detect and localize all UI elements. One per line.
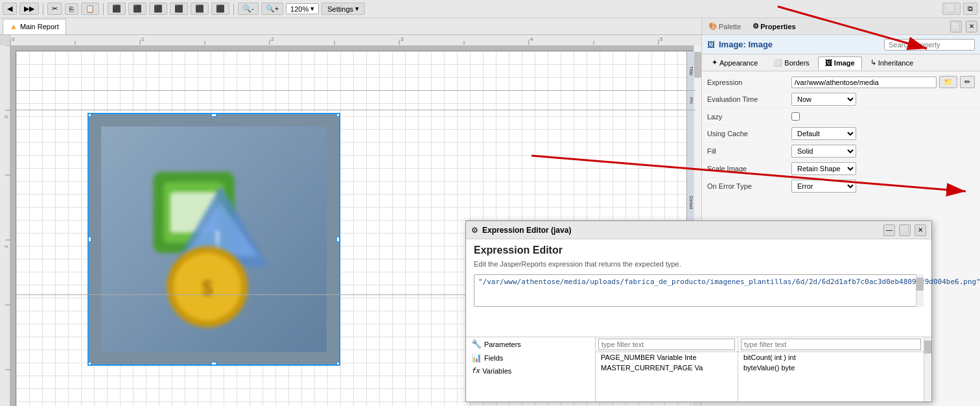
handle-bottom-right[interactable] bbox=[336, 362, 340, 366]
parameters-tree-item[interactable]: 🔧 Parameters bbox=[466, 337, 595, 351]
using-cache-select[interactable]: Default True False bbox=[791, 127, 856, 140]
variables-icon: fx bbox=[471, 366, 480, 375]
properties-tab-label: Properties bbox=[760, 23, 795, 30]
panel-maximize-button[interactable]: ⬜ bbox=[950, 21, 962, 32]
image-element[interactable]: ! $ bbox=[88, 113, 340, 366]
using-cache-row: Using Cache Default True False bbox=[702, 125, 980, 143]
dialog-minimize-button[interactable]: — bbox=[883, 224, 895, 236]
restore-button[interactable]: ⧉ bbox=[963, 3, 977, 15]
byte-value-item[interactable]: byteValue() byte bbox=[738, 363, 924, 373]
expression-edit-button[interactable]: ✏ bbox=[960, 76, 975, 88]
ruler-row: 0 1 2 3 4 bbox=[0, 35, 701, 45]
report-tab-label: Main Report bbox=[20, 23, 59, 30]
ruler-ticks-svg: 0 1 2 3 4 bbox=[10, 35, 701, 45]
handle-bottom-center[interactable] bbox=[211, 362, 216, 366]
main-report-tab[interactable]: ▲ Main Report bbox=[3, 19, 66, 34]
undo-button[interactable]: ◀ bbox=[3, 3, 17, 15]
evaluation-time-label: Evaluation Time bbox=[707, 95, 791, 103]
borders-tab-icon: ⬜ bbox=[773, 58, 782, 67]
palette-icon: 🎨 bbox=[708, 22, 718, 30]
mid-filter-input[interactable] bbox=[598, 339, 735, 350]
right-filter-input[interactable] bbox=[741, 339, 921, 350]
scale-image-select[interactable]: Retain Shape Clip Fill Frame Real Height… bbox=[791, 162, 856, 175]
align-top-button[interactable]: ⬛ bbox=[170, 3, 188, 15]
page-number-item[interactable]: PAGE_NUMBER Variable Inte bbox=[596, 352, 738, 363]
tab-image[interactable]: 🖼 Image bbox=[818, 56, 862, 69]
dialog-right-scroll-thumb[interactable] bbox=[924, 340, 931, 353]
svg-text:0: 0 bbox=[12, 36, 15, 42]
properties-header: 🖼 Image: Image bbox=[702, 35, 980, 54]
evaluation-time-select[interactable]: Now Report Page Column bbox=[791, 93, 856, 106]
handle-mid-left[interactable] bbox=[88, 237, 91, 242]
image-tab-label: Image bbox=[834, 59, 855, 67]
zoom-out-button[interactable]: 🔍- bbox=[238, 3, 259, 15]
handle-top-right[interactable] bbox=[336, 113, 340, 117]
fill-row: Fill Solid None bbox=[702, 143, 980, 160]
paste-button[interactable]: 📋 bbox=[81, 3, 99, 15]
panel-close-button[interactable]: ✕ bbox=[966, 21, 977, 32]
variables-tree-item[interactable]: fx Variables bbox=[466, 364, 595, 377]
handle-top-center[interactable] bbox=[211, 113, 216, 117]
svg-text:2: 2 bbox=[4, 245, 8, 248]
align-right-button[interactable]: ⬛ bbox=[149, 3, 167, 15]
expression-label: Expression bbox=[707, 78, 791, 86]
zoom-in-button[interactable]: 🔍+ bbox=[261, 3, 283, 15]
maximize-button[interactable]: ⬜ bbox=[942, 3, 961, 15]
props-title-icon: 🖼 bbox=[707, 40, 715, 49]
tab-borders[interactable]: ⬜ Borders bbox=[766, 56, 817, 69]
align-left-button[interactable]: ⬛ bbox=[108, 3, 126, 15]
on-error-type-value: Error Blank Icon bbox=[791, 180, 975, 193]
expression-input[interactable] bbox=[791, 77, 937, 88]
tab-appearance[interactable]: ✦ Appearance bbox=[705, 56, 765, 69]
settings-button[interactable]: Settings ▾ bbox=[321, 3, 365, 15]
bit-count-item[interactable]: bitCount( int ) int bbox=[738, 352, 924, 363]
canvas-vscroll-thumb[interactable] bbox=[694, 52, 701, 78]
tab-inheritance[interactable]: ↳ Inheritance bbox=[863, 56, 920, 69]
mid-panel-list: PAGE_NUMBER Variable Inte MASTER_CURRENT… bbox=[596, 352, 738, 401]
right-panel-list: bitCount( int ) int byteValue() byte bbox=[738, 352, 924, 401]
fields-tree-item[interactable]: 📊 Fields bbox=[466, 351, 595, 364]
dialog-title: Expression Editor (java) bbox=[482, 226, 880, 235]
expression-folder-button[interactable]: 📁 bbox=[939, 76, 957, 88]
lazy-checkbox[interactable] bbox=[791, 112, 800, 121]
redo-button[interactable]: ▶▶ bbox=[19, 3, 39, 15]
appearance-tab-icon: ✦ bbox=[712, 58, 718, 67]
handle-bottom-left[interactable] bbox=[88, 362, 91, 366]
expr-box-scrollbar[interactable] bbox=[916, 274, 924, 307]
align-center-button[interactable]: ⬛ bbox=[128, 3, 146, 15]
dialog-right-scrollbar[interactable] bbox=[924, 337, 931, 401]
expression-editor-box[interactable]: "/var/www/athentose/media/uploads/fabric… bbox=[474, 274, 924, 307]
dialog-maximize-button[interactable]: ⬜ bbox=[899, 224, 911, 236]
handle-mid-right[interactable] bbox=[336, 237, 340, 242]
expression-editor-dialog: ⚙ Expression Editor (java) — ⬜ ✕ Express… bbox=[465, 221, 932, 402]
copy-button[interactable]: ⎘ bbox=[65, 3, 78, 15]
lazy-row: Lazy bbox=[702, 108, 980, 125]
zoom-dropdown-icon[interactable]: ▾ bbox=[310, 5, 314, 13]
expr-scrollbar-thumb[interactable] bbox=[916, 278, 924, 291]
svg-text:2: 2 bbox=[271, 36, 274, 42]
zoom-selector[interactable]: 120% ▾ bbox=[286, 3, 319, 14]
fill-select[interactable]: Solid None bbox=[791, 145, 856, 158]
mid-filter-container bbox=[596, 337, 738, 352]
cut-button[interactable]: ✂ bbox=[47, 3, 62, 15]
master-current-page-item[interactable]: MASTER_CURRENT_PAGE Va bbox=[596, 363, 738, 373]
section-line-2 bbox=[16, 110, 695, 110]
search-property-input[interactable] bbox=[884, 39, 975, 51]
svg-text:1: 1 bbox=[141, 36, 145, 42]
svg-text:5: 5 bbox=[660, 36, 663, 42]
align-middle-button[interactable]: ⬛ bbox=[191, 3, 209, 15]
toolbar-separator-2 bbox=[103, 3, 104, 15]
on-error-type-select[interactable]: Error Blank Icon bbox=[791, 180, 856, 193]
palette-tab[interactable]: 🎨 Palette bbox=[705, 21, 745, 32]
align-bottom-button[interactable]: ⬛ bbox=[211, 3, 229, 15]
lazy-label: Lazy bbox=[707, 113, 791, 121]
fields-label: Fields bbox=[484, 354, 503, 362]
dialog-close-button[interactable]: ✕ bbox=[915, 224, 926, 236]
expression-row: Expression 📁 ✏ bbox=[702, 74, 980, 91]
dialog-right-panel: bitCount( int ) int byteValue() byte bbox=[738, 337, 924, 401]
svg-text:4: 4 bbox=[530, 36, 533, 42]
main-toolbar: ◀ ▶▶ ✂ ⎘ 📋 ⬛ ⬛ ⬛ ⬛ ⬛ ⬛ 🔍- 🔍+ 120% ▾ Sett… bbox=[0, 0, 980, 18]
handle-top-left[interactable] bbox=[88, 113, 91, 117]
properties-panel-tab[interactable]: ⚙ Properties bbox=[749, 21, 799, 32]
parameters-label: Parameters bbox=[484, 340, 521, 348]
